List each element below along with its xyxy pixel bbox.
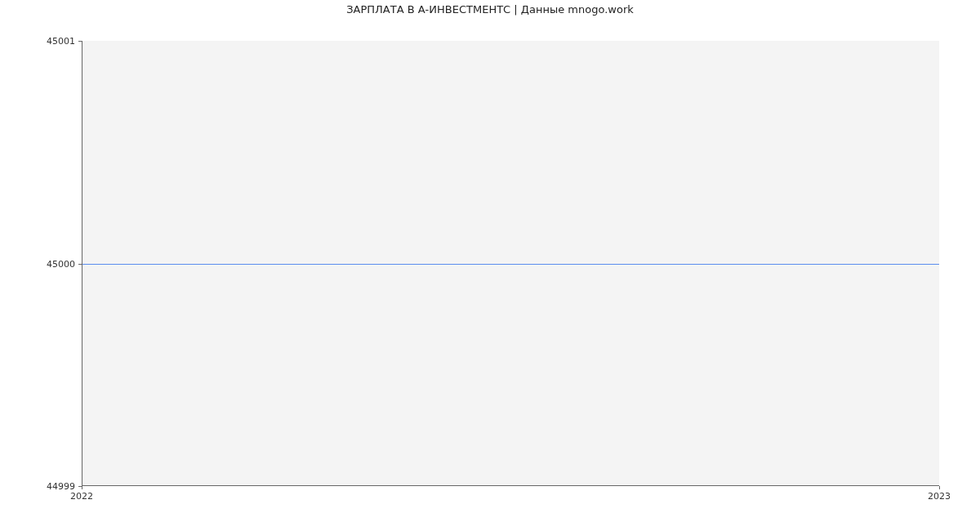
chart-title: ЗАРПЛАТА В А-ИНВЕСТМЕНТС | Данные mnogo.…: [0, 3, 980, 16]
salary-chart: ЗАРПЛАТА В А-ИНВЕСТМЕНТС | Данные mnogo.…: [0, 0, 980, 531]
y-tick-label: 44999: [0, 481, 75, 492]
x-tick: [939, 486, 940, 489]
series-line: [82, 264, 939, 265]
x-tick-label: 2023: [928, 491, 951, 502]
plot-area: [82, 41, 939, 486]
y-tick-label: 45001: [0, 36, 75, 47]
x-tick-label: 2022: [70, 491, 93, 502]
y-tick-label: 45000: [0, 258, 75, 269]
x-tick: [82, 486, 82, 489]
